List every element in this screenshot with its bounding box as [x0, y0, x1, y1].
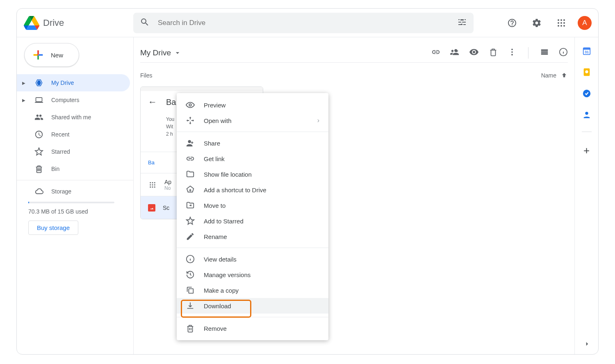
ctx-add-starred[interactable]: Add to Starred — [177, 213, 328, 229]
breadcrumb-label: My Drive — [140, 48, 171, 57]
svg-point-8 — [560, 19, 562, 21]
expand-icon[interactable]: ▶ — [21, 98, 27, 102]
download-icon — [186, 301, 195, 310]
breadcrumb[interactable]: My Drive — [140, 48, 182, 57]
svg-point-25 — [154, 184, 155, 185]
svg-point-24 — [152, 184, 153, 185]
files-label: Files — [140, 72, 153, 79]
nav-computers[interactable]: ▶ Computers — [17, 91, 130, 109]
get-link-icon[interactable] — [431, 48, 440, 58]
ctx-show-location[interactable]: Show file location — [177, 166, 328, 182]
storage-text: 70.3 MB of 15 GB used — [28, 208, 133, 215]
search-icon — [140, 17, 150, 29]
ctx-view-details[interactable]: View details — [177, 251, 328, 267]
expand-icon[interactable]: ▶ — [21, 81, 27, 85]
nav-label: Starred — [51, 148, 70, 155]
svg-point-16 — [511, 48, 513, 50]
context-menu: Preview Open with › Share Get link Show … — [177, 93, 328, 340]
svg-point-12 — [563, 22, 565, 24]
nav-my-drive[interactable]: ▶ My Drive — [17, 74, 130, 91]
layout-icon[interactable] — [540, 48, 549, 58]
calendar-icon[interactable]: 31 — [582, 46, 591, 55]
share-icon[interactable] — [450, 48, 459, 58]
ctx-preview[interactable]: Preview — [177, 97, 328, 113]
computers-icon — [34, 95, 44, 105]
ctx-remove[interactable]: Remove — [177, 321, 328, 336]
nav-label: Recent — [51, 131, 69, 138]
person-add-icon — [186, 139, 195, 148]
search-input[interactable] — [158, 19, 449, 27]
svg-point-15 — [563, 25, 565, 27]
svg-point-23 — [150, 184, 151, 185]
new-button-label: New — [51, 52, 63, 59]
ctx-manage-versions[interactable]: Manage versions — [177, 267, 328, 282]
trash-icon[interactable] — [489, 48, 498, 58]
buy-storage-button[interactable]: Buy storage — [28, 221, 78, 235]
ctx-share[interactable]: Share — [177, 135, 328, 151]
nav-label: Shared with me — [51, 114, 91, 121]
svg-rect-39 — [189, 289, 193, 293]
svg-rect-4 — [464, 18, 465, 21]
nav-storage[interactable]: ▶ Storage — [17, 183, 130, 200]
link-icon — [186, 154, 195, 163]
svg-point-13 — [558, 25, 559, 27]
shortcut-icon — [186, 185, 195, 194]
nav-starred[interactable]: ▶ Starred — [17, 143, 130, 160]
settings-icon[interactable] — [528, 15, 545, 31]
ctx-make-copy[interactable]: Make a copy — [177, 282, 328, 298]
back-arrow-icon: ← — [148, 97, 157, 107]
recent-icon — [34, 130, 44, 139]
grid-icon — [148, 180, 157, 189]
help-icon[interactable] — [504, 15, 520, 31]
svg-point-35 — [585, 112, 588, 115]
sidebar: New ▶ My Drive ▶ Computers ▶ Shared with… — [17, 37, 133, 354]
svg-rect-30 — [583, 48, 590, 50]
ctx-rename[interactable]: Rename — [177, 229, 328, 244]
svg-point-33 — [585, 70, 588, 73]
add-icon[interactable]: + — [582, 144, 591, 153]
nav-bin[interactable]: ▶ Bin — [17, 160, 130, 177]
info-icon — [186, 255, 195, 264]
nav-shared[interactable]: ▶ Shared with me — [17, 109, 130, 126]
logo-area[interactable]: Drive — [23, 15, 133, 31]
storage-icon — [34, 187, 44, 196]
ctx-open-with[interactable]: Open with › — [177, 113, 328, 128]
preview-icon[interactable] — [469, 47, 479, 59]
nav-recent[interactable]: ▶ Recent — [17, 126, 130, 143]
rail-divider — [582, 132, 592, 132]
open-with-icon — [186, 116, 195, 125]
drive-logo-icon — [23, 15, 40, 31]
ctx-add-shortcut[interactable]: Add a shortcut to Drive — [177, 182, 328, 198]
my-drive-icon — [34, 78, 44, 88]
star-icon — [186, 216, 195, 225]
svg-point-26 — [150, 186, 151, 187]
side-panel-toggle-icon[interactable] — [583, 340, 591, 349]
svg-point-9 — [563, 19, 565, 21]
app-window: Drive A New ▶ My Drive — [16, 8, 599, 355]
shared-icon — [34, 112, 44, 122]
svg-point-7 — [558, 19, 559, 21]
svg-point-27 — [152, 186, 153, 187]
contacts-icon[interactable] — [582, 110, 591, 119]
search-bar[interactable] — [133, 13, 474, 33]
sort-label: Name — [541, 72, 556, 79]
folder-icon — [186, 170, 195, 179]
more-icon[interactable] — [508, 48, 517, 58]
ctx-divider — [177, 132, 328, 132]
ctx-download[interactable]: Download — [177, 298, 328, 314]
ctx-move-to[interactable]: Move to — [177, 198, 328, 213]
ctx-get-link[interactable]: Get link — [177, 151, 328, 166]
svg-text:31: 31 — [584, 50, 588, 54]
svg-point-22 — [154, 182, 155, 183]
sort-control[interactable]: Name — [541, 72, 568, 79]
search-options-icon[interactable] — [457, 17, 467, 29]
new-button[interactable]: New — [24, 43, 79, 67]
apps-icon[interactable] — [553, 15, 569, 31]
keep-icon[interactable] — [582, 68, 591, 77]
avatar[interactable]: A — [578, 16, 592, 30]
content-header: My Drive — [140, 43, 568, 63]
tasks-icon[interactable] — [582, 89, 591, 98]
nav-label: Storage — [51, 188, 71, 195]
nav-label: My Drive — [51, 80, 74, 86]
details-icon[interactable] — [559, 48, 568, 58]
